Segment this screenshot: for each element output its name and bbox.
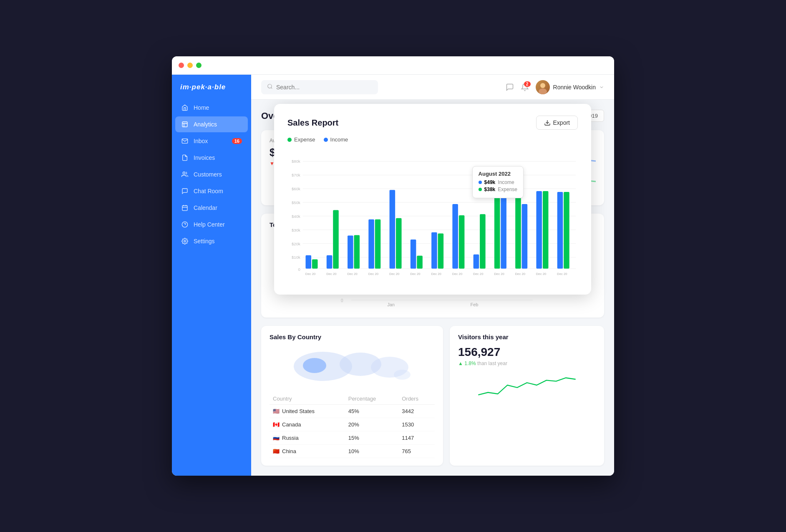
search-icon bbox=[267, 83, 273, 91]
titlebar bbox=[172, 56, 614, 75]
sidebar-item-invoices[interactable]: Invoices bbox=[175, 150, 248, 166]
svg-text:Dec 20: Dec 20 bbox=[536, 272, 546, 276]
country-orders: 1530 bbox=[398, 418, 435, 431]
sidebar-item-inbox[interactable]: Inbox 16 bbox=[175, 133, 248, 149]
chart-icon bbox=[181, 121, 189, 128]
maximize-button[interactable] bbox=[196, 63, 202, 68]
svg-point-35 bbox=[303, 358, 326, 373]
svg-rect-80 bbox=[480, 214, 486, 268]
help-icon bbox=[181, 221, 189, 228]
country-orders: 765 bbox=[398, 445, 435, 458]
svg-text:Jan: Jan bbox=[387, 302, 395, 307]
svg-rect-92 bbox=[564, 192, 569, 269]
svg-point-1 bbox=[183, 172, 185, 174]
sidebar-item-customers[interactable]: Customers bbox=[175, 166, 248, 182]
svg-rect-88 bbox=[536, 191, 542, 269]
svg-text:Dec 20: Dec 20 bbox=[389, 272, 399, 276]
svg-rect-73 bbox=[431, 232, 437, 269]
svg-rect-65 bbox=[375, 219, 381, 269]
user-pill[interactable]: Ronnie Woodkin bbox=[536, 80, 604, 94]
traffic-lights bbox=[179, 63, 202, 68]
sidebar-item-label: Inbox bbox=[194, 138, 208, 144]
svg-text:$80k: $80k bbox=[292, 159, 300, 164]
sidebar-item-home[interactable]: Home bbox=[175, 100, 248, 116]
svg-rect-0 bbox=[182, 122, 187, 127]
tooltip-expense-row: $38k Expense bbox=[479, 187, 517, 192]
sidebar: im·pek·a·ble Home Analytics bbox=[172, 75, 251, 476]
search-box[interactable] bbox=[261, 80, 378, 94]
svg-rect-74 bbox=[438, 234, 444, 269]
close-button[interactable] bbox=[179, 63, 184, 68]
chart-legend: Expense Income bbox=[287, 136, 578, 143]
svg-rect-68 bbox=[396, 218, 402, 269]
sidebar-item-settings[interactable]: Settings bbox=[175, 233, 248, 249]
country-name: 🇺🇸United States bbox=[270, 405, 345, 418]
svg-text:Dec 20: Dec 20 bbox=[305, 272, 315, 276]
svg-text:Dec 20: Dec 20 bbox=[452, 272, 462, 276]
app-logo: im·pek·a·ble bbox=[172, 75, 251, 98]
svg-rect-59 bbox=[333, 210, 339, 269]
export-icon bbox=[544, 119, 551, 126]
svg-text:$50k: $50k bbox=[292, 200, 300, 205]
svg-point-8 bbox=[184, 240, 186, 242]
file-icon bbox=[181, 154, 189, 161]
income-label: Income bbox=[498, 179, 514, 185]
table-row: 🇨🇦Canada 20% 1530 bbox=[270, 418, 435, 431]
svg-rect-58 bbox=[327, 255, 333, 269]
topbar: 2 Ronnie Woodkin bbox=[251, 75, 614, 100]
sidebar-item-analytics[interactable]: Analytics bbox=[175, 116, 248, 132]
sidebar-item-label: Analytics bbox=[194, 121, 217, 128]
sidebar-item-label: Customers bbox=[194, 171, 222, 178]
income-value: $49k bbox=[484, 179, 496, 185]
sidebar-item-label: Settings bbox=[194, 238, 215, 245]
svg-line-10 bbox=[271, 87, 272, 88]
income-legend: Income bbox=[324, 136, 348, 143]
country-pct: 10% bbox=[345, 445, 398, 458]
home-icon bbox=[181, 104, 189, 111]
table-row: 🇺🇸United States 45% 3442 bbox=[270, 405, 435, 418]
country-name: 🇨🇳China bbox=[270, 445, 345, 458]
svg-text:$30k: $30k bbox=[292, 228, 300, 232]
bar-chart-container: $80k $70k $60k $50k $40k $30k $20k $10k … bbox=[287, 149, 578, 283]
svg-text:Dec 20: Dec 20 bbox=[515, 272, 525, 276]
country-name: 🇨🇦Canada bbox=[270, 418, 345, 431]
modal-title: Sales Report bbox=[287, 118, 338, 128]
chat-icon bbox=[181, 187, 189, 195]
sidebar-item-calendar[interactable]: Calendar bbox=[175, 200, 248, 216]
search-input[interactable] bbox=[276, 84, 372, 91]
svg-text:Dec 20: Dec 20 bbox=[473, 272, 483, 276]
svg-rect-89 bbox=[543, 191, 549, 269]
minimize-button[interactable] bbox=[187, 63, 193, 68]
svg-rect-79 bbox=[474, 255, 479, 269]
country-pct: 15% bbox=[345, 431, 398, 445]
message-icon-button[interactable] bbox=[506, 83, 514, 91]
country-pct: 45% bbox=[345, 405, 398, 418]
svg-rect-70 bbox=[411, 240, 416, 269]
svg-text:Dec 20: Dec 20 bbox=[410, 272, 420, 276]
app-body: im·pek·a·ble Home Analytics bbox=[172, 75, 614, 476]
country-orders: 3442 bbox=[398, 405, 435, 418]
main-content: 2 Ronnie Woodkin Overview bbox=[251, 75, 614, 476]
sidebar-item-chatroom[interactable]: Chat Room bbox=[175, 183, 248, 199]
export-button[interactable]: Export bbox=[536, 116, 578, 130]
sales-report-modal: Sales Report Export Expense bbox=[274, 104, 591, 295]
modal-header: Sales Report Export bbox=[287, 116, 578, 130]
tooltip-month: August 2022 bbox=[479, 171, 517, 177]
svg-rect-71 bbox=[417, 256, 423, 269]
avatar bbox=[536, 80, 550, 94]
page-content: Overview Days Weeks Months Jan. 2019 - D… bbox=[251, 100, 614, 476]
svg-text:$10k: $10k bbox=[292, 255, 300, 260]
svg-rect-2 bbox=[182, 206, 187, 211]
sidebar-item-helpcenter[interactable]: Help Center bbox=[175, 217, 248, 232]
notification-icon-button[interactable]: 2 bbox=[521, 83, 529, 91]
svg-point-12 bbox=[539, 88, 547, 94]
svg-text:0: 0 bbox=[341, 298, 343, 303]
tooltip-income-row: $49k Income bbox=[479, 179, 517, 185]
svg-rect-86 bbox=[522, 204, 528, 269]
country-card-title: Sales By Country bbox=[270, 333, 435, 340]
chevron-down-icon bbox=[599, 85, 604, 90]
visitors-title: Visitors this year bbox=[458, 333, 596, 340]
svg-text:Dec 20: Dec 20 bbox=[494, 272, 504, 276]
svg-rect-64 bbox=[368, 219, 374, 269]
country-table: Country Percentage Orders 🇺🇸United State… bbox=[270, 393, 435, 458]
